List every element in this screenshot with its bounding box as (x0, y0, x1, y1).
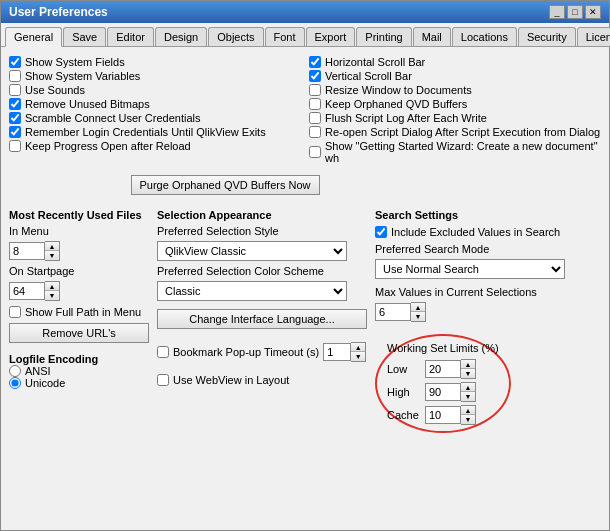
ws-cache-input[interactable] (425, 406, 461, 424)
ws-high-row: High ▲ ▼ (387, 382, 499, 402)
cb-reopen-script: Re-open Script Dialog After Script Execu… (309, 125, 601, 139)
tab-mail[interactable]: Mail (413, 27, 451, 46)
in-menu-input[interactable] (9, 242, 45, 260)
show-getting-started-checkbox[interactable] (309, 146, 321, 158)
window-title: User Preferences (9, 5, 108, 19)
reopen-script-label: Re-open Script Dialog After Script Execu… (325, 126, 600, 138)
show-full-path-checkbox[interactable] (9, 306, 21, 318)
minimize-button[interactable]: _ (549, 5, 565, 19)
cb-resize-window: Resize Window to Documents (309, 83, 601, 97)
bookmark-popup-input[interactable] (323, 343, 351, 361)
in-menu-up[interactable]: ▲ (45, 242, 59, 251)
cb-flush-script: Flush Script Log After Each Write (309, 111, 601, 125)
tab-design[interactable]: Design (155, 27, 207, 46)
scramble-connect-checkbox[interactable] (9, 112, 21, 124)
most-recently-section: Most Recently Used Files In Menu ▲ ▼ On … (9, 209, 149, 389)
ansi-label: ANSI (25, 365, 51, 377)
reopen-script-checkbox[interactable] (309, 126, 321, 138)
selection-appearance-section: Selection Appearance Preferred Selection… (157, 209, 367, 387)
tab-editor[interactable]: Editor (107, 27, 154, 46)
max-values-up[interactable]: ▲ (411, 303, 425, 312)
selection-appearance-title: Selection Appearance (157, 209, 367, 221)
ws-cache-row: Cache ▲ ▼ (387, 405, 499, 425)
maximize-button[interactable]: □ (567, 5, 583, 19)
keep-orphaned-checkbox[interactable] (309, 98, 321, 110)
on-startpage-down[interactable]: ▼ (45, 291, 59, 300)
resize-window-checkbox[interactable] (309, 84, 321, 96)
ansi-radio[interactable] (9, 365, 21, 377)
ws-low-input[interactable] (425, 360, 461, 378)
max-values-spinners: ▲ ▼ (411, 302, 426, 322)
remove-unused-bitmaps-checkbox[interactable] (9, 98, 21, 110)
preferred-color-select[interactable]: Classic Windows Windows 8 (157, 281, 347, 301)
ws-high-label: High (387, 386, 419, 398)
include-excluded-checkbox[interactable] (375, 226, 387, 238)
ws-low-down[interactable]: ▼ (461, 369, 475, 378)
cb-use-sounds: Use Sounds (9, 83, 301, 97)
tab-license[interactable]: License (577, 27, 610, 46)
bookmark-popup-row: Bookmark Pop-up Timeout (s) ▲ ▼ (157, 341, 367, 363)
keep-progress-checkbox[interactable] (9, 140, 21, 152)
ws-low-input-group: ▲ ▼ (425, 359, 476, 379)
horizontal-scroll-label: Horizontal Scroll Bar (325, 56, 425, 68)
tab-security[interactable]: Security (518, 27, 576, 46)
ws-cache-down[interactable]: ▼ (461, 415, 475, 424)
tabs-container: General Save Editor Design Objects Font … (1, 23, 609, 47)
remember-login-label: Remember Login Credentials Until QlikVie… (25, 126, 266, 138)
close-button[interactable]: ✕ (585, 5, 601, 19)
ws-low-label: Low (387, 363, 419, 375)
bookmark-popup-checkbox[interactable] (157, 346, 169, 358)
unicode-radio[interactable] (9, 377, 21, 389)
ws-low-up[interactable]: ▲ (461, 360, 475, 369)
use-sounds-label: Use Sounds (25, 84, 85, 96)
bookmark-section: Bookmark Pop-up Timeout (s) ▲ ▼ (157, 341, 367, 363)
logfile-encoding-section: Logfile Encoding ANSI Unicode (9, 353, 149, 389)
vertical-scroll-label: Vertical Scroll Bar (325, 70, 412, 82)
preferred-search-mode-label: Preferred Search Mode (375, 243, 601, 255)
tab-objects[interactable]: Objects (208, 27, 263, 46)
user-preferences-window: User Preferences _ □ ✕ General Save Edit… (0, 0, 610, 531)
checkboxes-section: Show System Fields Show System Variables… (9, 55, 601, 165)
show-system-variables-checkbox[interactable] (9, 70, 21, 82)
cb-scramble-connect: Scramble Connect User Credentials (9, 111, 301, 125)
bookmark-down[interactable]: ▼ (351, 352, 365, 361)
ws-high-input[interactable] (425, 383, 461, 401)
horizontal-scroll-checkbox[interactable] (309, 56, 321, 68)
ws-high-up[interactable]: ▲ (461, 383, 475, 392)
left-checkboxes: Show System Fields Show System Variables… (9, 55, 301, 165)
remove-urls-button[interactable]: Remove URL's (9, 323, 149, 343)
remember-login-checkbox[interactable] (9, 126, 21, 138)
show-system-fields-checkbox[interactable] (9, 56, 21, 68)
tab-general[interactable]: General (5, 27, 62, 47)
use-webview-checkbox[interactable] (157, 374, 169, 386)
use-sounds-checkbox[interactable] (9, 84, 21, 96)
max-values-input[interactable] (375, 303, 411, 321)
tab-save[interactable]: Save (63, 27, 106, 46)
on-startpage-input[interactable] (9, 282, 45, 300)
vertical-scroll-checkbox[interactable] (309, 70, 321, 82)
in-menu-spinners: ▲ ▼ (45, 241, 60, 261)
search-settings-title: Search Settings (375, 209, 601, 221)
ws-high-down[interactable]: ▼ (461, 392, 475, 401)
tab-font[interactable]: Font (265, 27, 305, 46)
tab-locations[interactable]: Locations (452, 27, 517, 46)
on-startpage-up[interactable]: ▲ (45, 282, 59, 291)
bottom-section: Most Recently Used Files In Menu ▲ ▼ On … (9, 209, 601, 433)
purge-section: Purge Orphaned QVD Buffers Now (9, 171, 441, 199)
bookmark-popup-label: Bookmark Pop-up Timeout (s) (173, 346, 319, 358)
preferred-style-select[interactable]: QlikView Classic Checkbox LED Checkbox L… (157, 241, 347, 261)
flush-script-checkbox[interactable] (309, 112, 321, 124)
cb-keep-orphaned: Keep Orphaned QVD Buffers (309, 97, 601, 111)
tab-export[interactable]: Export (306, 27, 356, 46)
max-values-down[interactable]: ▼ (411, 312, 425, 321)
in-menu-down[interactable]: ▼ (45, 251, 59, 260)
working-set-container: Working Set Limits (%) Low ▲ ▼ (375, 334, 601, 433)
purge-button[interactable]: Purge Orphaned QVD Buffers Now (131, 175, 320, 195)
cb-remove-unused-bitmaps: Remove Unused Bitmaps (9, 97, 301, 111)
preferred-search-mode-select[interactable]: Use Normal Search Use Wildcard Search Us… (375, 259, 565, 279)
bookmark-up[interactable]: ▲ (351, 343, 365, 352)
change-language-button[interactable]: Change Interface Language... (157, 309, 367, 329)
tab-printing[interactable]: Printing (356, 27, 411, 46)
ws-cache-up[interactable]: ▲ (461, 406, 475, 415)
cb-remember-login: Remember Login Credentials Until QlikVie… (9, 125, 301, 139)
